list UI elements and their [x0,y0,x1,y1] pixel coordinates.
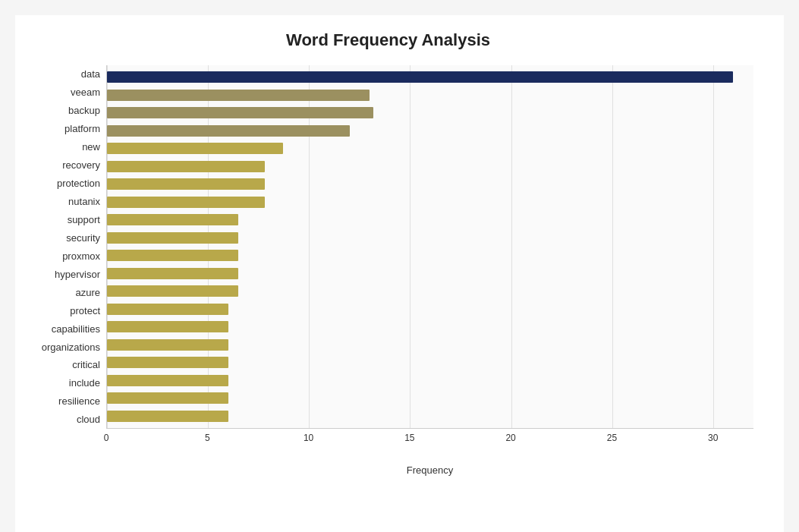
x-tick-label: 0 [104,433,109,443]
bar [107,125,350,137]
chart-container: Word Frequency Analysis dataveeambackupp… [15,15,784,532]
chart-area: dataveeambackupplatformnewrecoveryprotec… [23,65,753,476]
x-axis: 051015202530 [106,433,753,448]
bar-row [107,265,753,283]
bar [107,304,228,315]
bar-row [107,247,753,265]
bar [107,339,228,351]
y-label: protect [70,306,100,316]
bar [107,375,228,386]
x-tick-label: 30 [708,433,718,443]
y-labels: dataveeambackupplatformnewrecoveryprotec… [23,65,106,429]
y-label: platform [64,124,100,134]
y-label: support [68,215,100,225]
bar [107,357,228,368]
y-label: hypervisor [55,269,100,279]
x-axis-label: Frequency [106,464,753,476]
bar-row [107,372,753,390]
bar-row [107,140,753,158]
y-label: capabilities [52,324,100,334]
bar [107,232,238,244]
bar [107,178,265,190]
y-label: protection [57,178,100,188]
y-label: organizations [42,342,100,352]
bar-row [107,194,753,212]
y-label: include [69,378,100,388]
bar-row [107,318,753,336]
bars-wrapper [107,65,753,428]
bar-row [107,229,753,247]
bar [107,71,733,83]
bar [107,90,370,101]
x-tick-label: 25 [607,433,617,443]
y-label: critical [72,360,100,370]
y-label: new [82,142,100,152]
bar-row [107,282,753,301]
bar-row [107,87,753,105]
bars-section: dataveeambackupplatformnewrecoveryprotec… [23,65,753,429]
bar-row [107,104,753,122]
bar-row [107,158,753,176]
bar-row [107,336,753,354]
x-tick-label: 15 [404,433,414,443]
bar [107,321,228,332]
bar-row [107,354,753,372]
bar [107,214,238,225]
bar-row [107,122,753,140]
bar [107,392,228,404]
y-label: security [66,233,100,243]
bar-row [107,301,753,319]
bar [107,285,238,297]
bar [107,411,228,422]
bar [107,143,283,154]
y-label: nutanix [68,197,100,206]
bars-and-grid [106,65,753,429]
bar [107,107,373,118]
bar [107,268,238,279]
bar-row [107,389,753,408]
y-label: azure [75,288,100,297]
x-tick-label: 20 [505,433,515,443]
bar-row [107,408,753,426]
x-tick-label: 5 [205,433,210,443]
y-label: recovery [62,160,100,170]
x-tick-label: 10 [304,433,313,443]
chart-title: Word Frequency Analysis [23,30,753,50]
bar-row [107,68,753,87]
y-label: veeam [71,87,100,97]
y-label: proxmox [62,251,100,261]
bar [107,250,238,261]
bar [107,197,265,208]
y-label: backup [68,105,100,115]
bar-row [107,175,753,194]
y-label: data [81,69,100,79]
bar-row [107,211,753,229]
bar [107,161,265,172]
y-label: cloud [77,414,100,424]
y-label: resilience [58,396,100,406]
